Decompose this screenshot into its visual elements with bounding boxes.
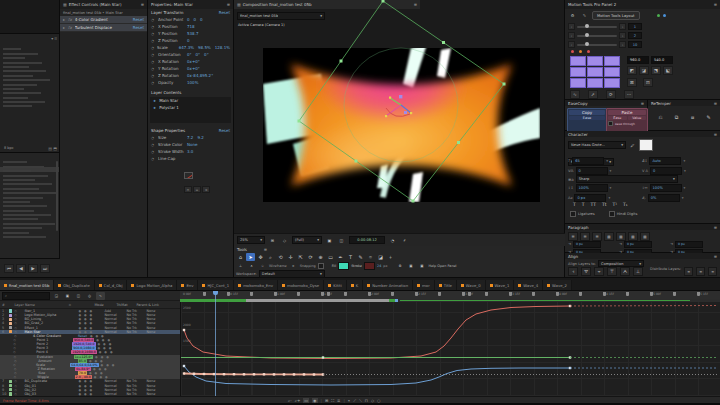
- loop-icon[interactable]: ⟳: [606, 90, 616, 99]
- keyframe[interactable]: [313, 373, 315, 375]
- snapping-icon[interactable]: ⌗: [289, 262, 298, 270]
- draft3d-icon[interactable]: ▣: [63, 292, 72, 300]
- tracking-field[interactable]: 0: [650, 167, 682, 175]
- list-row[interactable]: [3, 57, 25, 59]
- timeline-tab[interactable]: mor: [413, 280, 435, 290]
- ease-through-checkbox[interactable]: [608, 121, 613, 126]
- puppet-pin-icon[interactable]: ⍭: [386, 253, 395, 261]
- effect-controls-tab[interactable]: ▦ Effect Controls (Main Star) ≡: [60, 0, 147, 9]
- property-value-x[interactable]: 0x-84,895.2°: [187, 73, 213, 78]
- timeline-tab[interactable]: Logo Motion_Alpha: [127, 280, 177, 290]
- path-handle[interactable]: [412, 200, 415, 203]
- comp-marker[interactable]: [697, 292, 700, 296]
- property-value-z[interactable]: 0: [200, 17, 203, 22]
- anchor-top-right-button[interactable]: [604, 56, 620, 66]
- frame-blend-icon[interactable]: ◫: [74, 292, 83, 300]
- fit-box-icon[interactable]: ⊡: [643, 78, 653, 87]
- list-row[interactable]: [3, 179, 35, 181]
- decrement-button[interactable]: ‹: [568, 32, 575, 39]
- superscript-icon[interactable]: T¹: [612, 202, 617, 207]
- position-curve[interactable]: [184, 306, 570, 359]
- align-h-center-icon[interactable]: ᗊ: [581, 267, 591, 276]
- graph-editor[interactable]: 250020001500: [180, 302, 720, 396]
- timeline-tab[interactable]: Number Animation: [363, 280, 413, 290]
- property-value-x[interactable]: 0°: [187, 52, 192, 57]
- transform-row[interactable]: ◔ Anchor Point 0 0 0: [148, 16, 233, 23]
- transform-row[interactable]: ◔ X Rotation 0x+0°: [148, 58, 233, 65]
- arrow-up-icon[interactable]: ➚: [588, 90, 598, 99]
- justify-last-right-icon[interactable]: ▤: [628, 232, 638, 241]
- keyframe[interactable]: [203, 373, 205, 375]
- copy-keys-icon[interactable]: ⧉: [672, 113, 681, 121]
- list-row[interactable]: [3, 161, 27, 163]
- skew-left-icon[interactable]: ◩: [627, 66, 637, 75]
- align-left-edge-icon[interactable]: ⫞: [568, 267, 578, 276]
- property-value-y[interactable]: 98.5%: [198, 45, 211, 50]
- anchor-top-center-button[interactable]: [587, 56, 603, 66]
- leading-field[interactable]: Auto: [649, 157, 681, 165]
- property-value-y[interactable]: 0: [194, 17, 197, 22]
- path-handle[interactable]: [355, 160, 358, 163]
- stopwatch-icon[interactable]: ◔: [151, 150, 155, 154]
- keyframe[interactable]: [293, 373, 295, 375]
- fx-badge-icon[interactable]: fx: [68, 25, 72, 30]
- shape-property-value[interactable]: 7.2: [187, 135, 193, 140]
- eraser-tool-icon[interactable]: ◪: [376, 253, 385, 261]
- property-value-x[interactable]: 718: [187, 24, 195, 29]
- shape-row[interactable]: ◔ Size 7.29.2: [148, 134, 233, 141]
- prev-frame-button[interactable]: ◀: [16, 264, 26, 273]
- stopwatch-icon[interactable]: ◔: [151, 39, 155, 43]
- keyframe[interactable]: [183, 365, 185, 367]
- align-v-center-icon[interactable]: ᗅ: [620, 267, 630, 276]
- list-row[interactable]: [3, 70, 46, 72]
- stroke-color-swatch[interactable]: [184, 172, 193, 179]
- stopwatch-icon[interactable]: ◔: [151, 143, 155, 147]
- stroke-width-value[interactable]: 24: [377, 264, 381, 268]
- transform-row[interactable]: ◔ X Position 718: [148, 23, 233, 30]
- slider-track[interactable]: [577, 26, 617, 28]
- keyframe[interactable]: [243, 373, 245, 375]
- expand-box-icon[interactable]: ⊠: [627, 78, 637, 87]
- timeline-tab[interactable]: Wave_0: [457, 280, 486, 290]
- decrement-button[interactable]: ‹: [568, 41, 575, 48]
- copy-ease-button[interactable]: Ease: [569, 116, 605, 120]
- stroke-label[interactable]: Stroke: [351, 264, 362, 268]
- vscale-field[interactable]: 100%: [576, 184, 608, 192]
- decrement-button[interactable]: ‹: [568, 23, 575, 30]
- slider-track[interactable]: [577, 44, 617, 46]
- property-value-x[interactable]: 0x+0°: [187, 66, 200, 71]
- anchor-mid-right-button[interactable]: [604, 67, 620, 77]
- comp-marker[interactable]: [368, 292, 371, 296]
- align-center-icon[interactable]: ☰: [580, 232, 590, 241]
- align-options-icon[interactable]: ⊥: [236, 262, 245, 270]
- stopwatch-icon[interactable]: ◔: [151, 25, 155, 29]
- rotate-tool-icon[interactable]: ⟳: [306, 253, 315, 261]
- path-handle[interactable]: [442, 41, 445, 44]
- zoom-tool-icon[interactable]: ⌕: [266, 253, 275, 261]
- settings-gear-icon[interactable]: ⚙: [568, 12, 577, 20]
- more-icon[interactable]: ⋯: [624, 90, 634, 99]
- effect-reset-link[interactable]: Reset: [133, 17, 144, 22]
- scrollbar[interactable]: [56, 161, 58, 231]
- paragraph-tab[interactable]: Paragraph≡: [565, 224, 720, 230]
- roi-icon[interactable]: ▣: [325, 236, 334, 244]
- baseline-field[interactable]: 0 px: [574, 194, 606, 202]
- eyedropper-icon[interactable]: 🖊: [628, 141, 637, 149]
- timeline-tab[interactable]: Wave_1: [486, 280, 515, 290]
- timeline-tab[interactable]: Wave_4: [514, 280, 543, 290]
- effect-reset-link[interactable]: Reset: [133, 25, 144, 30]
- indent-field[interactable]: 0 px: [573, 241, 601, 248]
- all-caps-icon[interactable]: TT: [591, 202, 596, 207]
- resolution-dropdown[interactable]: (Full)▾: [292, 236, 322, 244]
- list-row[interactable]: [3, 75, 33, 77]
- timeline-tab[interactable]: mokomoko_Dyse: [278, 280, 324, 290]
- comp-marker[interactable]: [321, 292, 324, 296]
- paste-button[interactable]: Paste: [608, 110, 646, 115]
- property-value-x[interactable]: 100%: [187, 80, 198, 85]
- faux-italic-icon[interactable]: T: [582, 202, 585, 207]
- list-row[interactable]: [3, 62, 42, 64]
- timeline-tab[interactable]: Col_d_Obj: [95, 280, 128, 290]
- list-row[interactable]: [3, 183, 52, 185]
- layout-button[interactable]: Motion Tools Layout: [592, 11, 640, 20]
- slider-knob[interactable]: [585, 24, 589, 28]
